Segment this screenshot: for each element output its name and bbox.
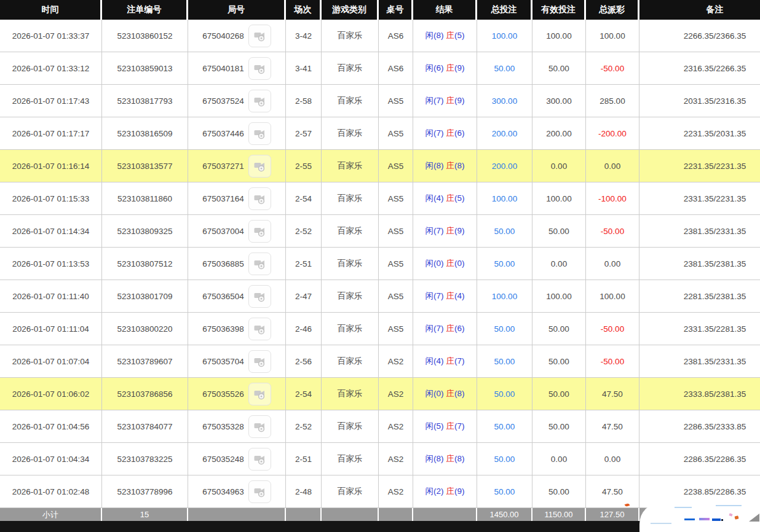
time-cell: 2026-01-07 01:33:12 (0, 52, 102, 85)
total-bet-link[interactable]: 50.00 (494, 227, 515, 236)
total-bet-cell: 50.00 (477, 378, 532, 410)
session-value: 2-52 (295, 422, 312, 431)
banker-score: (8) (454, 454, 465, 463)
total-bet-link[interactable]: 50.00 (494, 64, 515, 73)
player-score: (0) (433, 389, 444, 398)
valid-bet-cell: 50.00 (532, 52, 586, 85)
game-type-value: 百家乐 (338, 128, 363, 138)
remark-cell: 2381.35/2381.35 (639, 248, 760, 280)
valid-bet-cell: 200.00 (532, 117, 586, 150)
game-type-cell: 百家乐 (322, 378, 379, 410)
total-bet-link[interactable]: 50.00 (494, 422, 515, 431)
total-bet-link[interactable]: 100.00 (492, 194, 517, 203)
table-no-value: AS6 (388, 64, 404, 73)
bet-id-cell: 523103809325 (102, 215, 188, 248)
watermark-blue-line (675, 507, 692, 508)
video-replay-button[interactable] (248, 448, 271, 471)
player-score: (8) (433, 454, 444, 463)
subtotal-valid-bet: 1150.00 (532, 508, 586, 521)
total-payout-value: 100.00 (600, 31, 625, 41)
watermark-blue-dash (712, 518, 721, 521)
total-payout-cell: 100.00 (586, 280, 639, 313)
video-replay-button[interactable] (248, 252, 271, 275)
video-replay-button[interactable] (248, 285, 271, 308)
total-bet-link[interactable]: 50.00 (494, 324, 515, 334)
bet-id-cell: 523103816509 (102, 117, 188, 150)
video-replay-button[interactable] (248, 122, 271, 145)
total-bet-cell: 100.00 (477, 20, 532, 52)
time-value: 2026-01-07 01:11:40 (12, 292, 89, 301)
bet-id-value: 523103809325 (117, 227, 172, 236)
remark-value: 2331.35/2231.35 (684, 194, 746, 203)
bet-id-cell: 523103786856 (102, 378, 188, 410)
player-label: 闲 (426, 63, 434, 72)
session-cell: 2-56 (286, 345, 322, 378)
total-payout-cell: -50.00 (586, 313, 639, 345)
video-replay-button[interactable] (248, 57, 271, 80)
total-payout-cell: 100.00 (586, 20, 639, 52)
total-payout-value: 100.00 (600, 292, 625, 301)
remark-cell: 2266.35/2366.35 (639, 20, 760, 52)
video-replay-button[interactable] (248, 383, 271, 405)
total-bet-link[interactable]: 50.00 (494, 487, 515, 496)
total-bet-link[interactable]: 100.00 (492, 292, 517, 301)
video-replay-button[interactable] (248, 90, 271, 112)
banker-score: (6) (454, 128, 465, 138)
game-type-value: 百家乐 (338, 194, 363, 203)
total-bet-link[interactable]: 200.00 (492, 162, 517, 171)
game-type-cell: 百家乐 (322, 443, 379, 475)
banker-label: 庄 (446, 96, 455, 105)
total-payout-value: 0.00 (604, 259, 620, 268)
col-header-table-no: 桌号 (379, 0, 413, 20)
remark-cell: 2238.85/2286.35 (639, 475, 760, 508)
total-bet-link[interactable]: 50.00 (494, 259, 515, 268)
table-no-cell: AS5 (379, 313, 413, 345)
banker-score: (9) (454, 487, 465, 496)
game-type-cell: 百家乐 (322, 52, 379, 85)
table-no-value: AS6 (388, 31, 404, 41)
total-bet-link[interactable]: 200.00 (492, 129, 517, 138)
valid-bet-cell: 0.00 (532, 248, 586, 280)
game-type-value: 百家乐 (338, 487, 363, 496)
total-bet-link[interactable]: 300.00 (492, 96, 517, 106)
col-header-total-bet: 总投注 (477, 0, 532, 20)
video-replay-icon (253, 257, 266, 270)
total-bet-link[interactable]: 50.00 (494, 455, 515, 464)
time-value: 2026-01-07 01:33:37 (12, 31, 89, 41)
round-id-value: 675037271 (202, 162, 244, 171)
total-payout-value: -50.00 (601, 227, 624, 236)
table-no-cell: AS5 (379, 117, 413, 150)
video-replay-button[interactable] (248, 25, 271, 47)
time-cell: 2026-01-07 01:07:04 (0, 345, 102, 378)
total-payout-value: -100.00 (598, 194, 627, 203)
video-replay-button[interactable] (248, 155, 271, 178)
banker-score: (0) (454, 259, 465, 268)
total-bet-cell: 50.00 (477, 475, 532, 508)
video-replay-button[interactable] (248, 480, 271, 503)
remark-cell: 2031.35/2316.35 (639, 85, 760, 117)
remark-value: 2381.35/2381.35 (684, 259, 746, 268)
round-id-value: 675036885 (202, 259, 244, 268)
remark-cell: 2333.85/2381.35 (639, 378, 760, 410)
video-replay-button[interactable] (248, 187, 271, 210)
table-no-value: AS2 (388, 422, 404, 431)
total-payout-cell: 47.50 (586, 410, 639, 443)
video-replay-button[interactable] (248, 318, 271, 340)
video-replay-button[interactable] (248, 350, 271, 373)
session-value: 2-48 (295, 487, 312, 496)
table-row: 2026-01-07 01:04:56 523103784077 6750353… (0, 410, 760, 443)
total-payout-value: 47.50 (602, 389, 623, 399)
total-bet-link[interactable]: 100.00 (492, 31, 517, 41)
video-replay-icon (253, 485, 266, 498)
video-replay-button[interactable] (248, 220, 271, 243)
total-bet-link[interactable]: 50.00 (494, 389, 515, 399)
session-cell: 2-55 (286, 150, 322, 182)
valid-bet-cell: 50.00 (532, 215, 586, 248)
round-id-cell: 675035248 (188, 443, 286, 475)
video-replay-button[interactable] (248, 415, 271, 438)
result-cell: 闲(2)庄(9) (413, 475, 477, 508)
valid-bet-cell: 50.00 (532, 313, 586, 345)
session-cell: 2-47 (286, 280, 322, 313)
total-payout-cell: 47.50 (586, 378, 639, 410)
total-bet-link[interactable]: 50.00 (494, 357, 515, 366)
